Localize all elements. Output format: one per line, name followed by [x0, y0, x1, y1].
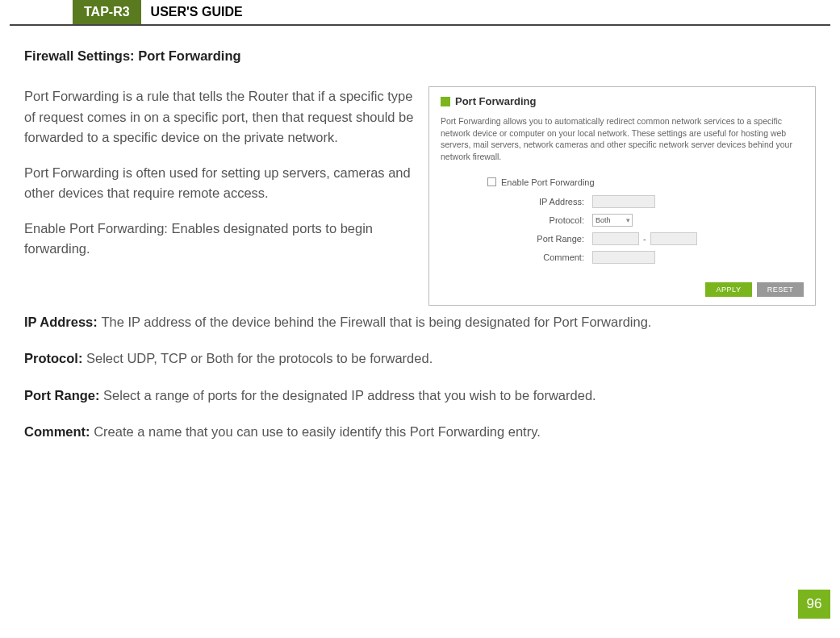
panel-title: Port Forwarding	[455, 95, 536, 107]
ip-row: IP Address:	[487, 195, 804, 208]
protocol-select[interactable]: Both	[592, 214, 633, 227]
ip-input[interactable]	[592, 195, 655, 208]
definition-comment-text: Create a name that you can use to easily…	[94, 424, 541, 439]
definition-protocol-text: Select UDP, TCP or Both for the protocol…	[86, 351, 433, 365]
enable-checkbox[interactable]	[487, 177, 496, 186]
comment-label: Comment:	[487, 252, 592, 262]
paragraph-3: Enable Port Forwarding: Enables designat…	[24, 219, 414, 260]
text-column: Port Forwarding is a rule that tells the…	[24, 86, 414, 274]
protocol-label: Protocol:	[487, 215, 592, 225]
square-icon	[441, 97, 450, 106]
section-title: Firewall Settings: Port Forwarding	[24, 48, 816, 64]
paragraph-1: Port Forwarding is a rule that tells the…	[24, 86, 414, 148]
definition-comment: Comment: Create a name that you can use …	[24, 422, 816, 443]
definition-protocol-label: Protocol:	[24, 351, 86, 365]
definition-port-range-label: Port Range:	[24, 388, 103, 402]
page-number: 96	[798, 590, 830, 619]
port-range-row: Port Range: -	[487, 232, 804, 245]
ip-label: IP Address:	[487, 197, 592, 206]
definition-ip-label: IP Address:	[24, 315, 101, 329]
panel-description: Port Forwarding allows you to automatica…	[441, 115, 804, 163]
header-product-badge: TAP-R3	[73, 0, 141, 24]
panel-heading: Port Forwarding	[441, 95, 804, 107]
port-range-start-input[interactable]	[592, 232, 639, 245]
enable-label: Enable Port Forwarding	[501, 177, 595, 187]
header-leading-space	[10, 0, 73, 24]
page-content: Firewall Settings: Port Forwarding Port …	[0, 26, 840, 443]
header-title: USER'S GUIDE	[141, 0, 243, 24]
screenshot-panel: Port Forwarding Port Forwarding allows y…	[428, 86, 816, 306]
panel-buttons: APPLY RESET	[429, 277, 815, 305]
reset-button[interactable]: RESET	[757, 282, 804, 297]
apply-button[interactable]: APPLY	[705, 282, 752, 297]
header-bar: TAP-R3 USER'S GUIDE	[10, 0, 830, 26]
comment-input[interactable]	[592, 251, 655, 264]
panel-inner: Port Forwarding Port Forwarding allows y…	[429, 87, 815, 277]
definition-protocol: Protocol: Select UDP, TCP or Both for th…	[24, 348, 816, 369]
definition-port-range-text: Select a range of ports for the designat…	[103, 388, 596, 402]
port-range-end-input[interactable]	[650, 232, 697, 245]
port-range-dash: -	[639, 234, 650, 244]
port-range-label: Port Range:	[487, 234, 592, 244]
definition-ip: IP Address: The IP address of the device…	[24, 312, 816, 333]
paragraph-2: Port Forwarding is often used for settin…	[24, 163, 414, 204]
definition-ip-text: The IP address of the device behind the …	[101, 315, 651, 329]
panel-form: Enable Port Forwarding IP Address: Proto…	[441, 177, 804, 264]
comment-row: Comment:	[487, 251, 804, 264]
enable-row: Enable Port Forwarding	[487, 177, 804, 187]
definition-comment-label: Comment:	[24, 424, 94, 439]
protocol-row: Protocol: Both	[487, 214, 804, 227]
definition-port-range: Port Range: Select a range of ports for …	[24, 386, 816, 407]
